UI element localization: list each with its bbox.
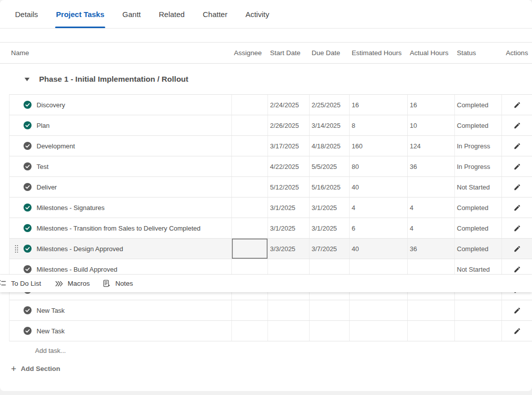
- status-cell[interactable]: Completed: [455, 95, 502, 115]
- task-name-cell[interactable]: Milestones - Design Approved: [10, 239, 232, 259]
- assignee-cell[interactable]: [232, 177, 268, 197]
- estimated-hours-cell[interactable]: 8: [350, 115, 408, 135]
- task-name-cell[interactable]: New Task: [10, 300, 232, 320]
- tab-activity[interactable]: Activity: [245, 0, 270, 28]
- drag-handle-icon[interactable]: [15, 245, 19, 253]
- actual-hours-cell[interactable]: 36: [408, 239, 455, 259]
- task-complete-icon[interactable]: [24, 142, 32, 150]
- table-row[interactable]: New Task: [10, 321, 532, 341]
- actual-hours-cell[interactable]: [408, 177, 455, 197]
- status-cell[interactable]: Completed: [455, 115, 502, 135]
- macros-button[interactable]: Macros: [55, 280, 90, 287]
- assignee-cell[interactable]: [232, 95, 268, 115]
- assignee-cell[interactable]: [232, 218, 268, 238]
- task-complete-icon[interactable]: [24, 306, 32, 314]
- task-complete-icon[interactable]: [24, 121, 32, 129]
- assignee-cell[interactable]: [232, 198, 268, 218]
- due-date-cell[interactable]: 4/18/2025: [310, 136, 350, 156]
- tab-details[interactable]: Details: [15, 0, 38, 28]
- actual-hours-cell[interactable]: 4: [408, 218, 455, 238]
- edit-pencil-icon[interactable]: [513, 101, 521, 109]
- estimated-hours-cell[interactable]: 40: [350, 239, 408, 259]
- actual-hours-cell[interactable]: 124: [408, 136, 455, 156]
- table-row[interactable]: Deliver 5/12/2025 5/16/2025 40 Not Start…: [10, 177, 532, 198]
- task-complete-icon[interactable]: [24, 101, 32, 109]
- actual-hours-cell[interactable]: [408, 300, 455, 320]
- start-date-cell[interactable]: [268, 321, 310, 341]
- actual-hours-cell[interactable]: 36: [408, 156, 455, 176]
- due-date-cell[interactable]: 2/25/2025: [310, 95, 350, 115]
- estimated-hours-cell[interactable]: 160: [350, 136, 408, 156]
- actual-hours-cell[interactable]: 10: [408, 115, 455, 135]
- edit-pencil-icon[interactable]: [513, 183, 521, 191]
- status-cell[interactable]: [455, 300, 502, 320]
- table-row[interactable]: Plan 2/26/2025 3/14/2025 8 10 Completed: [10, 115, 532, 136]
- tab-gantt[interactable]: Gantt: [122, 0, 141, 28]
- start-date-cell[interactable]: 4/22/2025: [268, 156, 310, 176]
- assignee-cell[interactable]: [232, 321, 268, 341]
- estimated-hours-cell[interactable]: 4: [350, 198, 408, 218]
- edit-pencil-icon[interactable]: [513, 204, 521, 212]
- start-date-cell[interactable]: [268, 300, 310, 320]
- due-date-cell[interactable]: [310, 321, 350, 341]
- notes-button[interactable]: Notes: [103, 280, 133, 287]
- start-date-cell[interactable]: 3/1/2025: [268, 218, 310, 238]
- status-cell[interactable]: Completed: [455, 239, 502, 259]
- status-cell[interactable]: Completed: [455, 218, 502, 238]
- collapse-caret-icon[interactable]: [24, 77, 30, 82]
- edit-pencil-icon[interactable]: [513, 245, 521, 253]
- status-cell[interactable]: In Progress: [455, 156, 502, 176]
- status-cell[interactable]: Completed: [455, 198, 502, 218]
- table-row[interactable]: Milestones - Signatures 3/1/2025 3/1/202…: [10, 198, 532, 218]
- table-row[interactable]: Development 3/17/2025 4/18/2025 160 124 …: [10, 136, 532, 156]
- add-section-button[interactable]: + Add Section: [11, 365, 60, 372]
- table-row[interactable]: Milestones - Transition from Sales to De…: [10, 218, 532, 239]
- estimated-hours-cell[interactable]: 16: [350, 95, 408, 115]
- start-date-cell[interactable]: 5/12/2025: [268, 177, 310, 197]
- add-task-button[interactable]: Add task...: [35, 347, 66, 354]
- table-row[interactable]: New Task: [10, 300, 532, 321]
- task-complete-icon[interactable]: [24, 162, 32, 170]
- edit-pencil-icon[interactable]: [513, 327, 521, 335]
- task-complete-icon[interactable]: [24, 327, 32, 335]
- due-date-cell[interactable]: 3/1/2025: [310, 218, 350, 238]
- todo-list-button[interactable]: To Do List: [0, 280, 41, 288]
- task-complete-icon[interactable]: [24, 183, 32, 191]
- task-name-cell[interactable]: Test: [10, 156, 232, 176]
- table-row[interactable]: Test 4/22/2025 5/5/2025 80 36 In Progres…: [10, 156, 532, 177]
- estimated-hours-cell[interactable]: 6: [350, 218, 408, 238]
- task-name-cell[interactable]: Development: [10, 136, 232, 156]
- task-complete-icon[interactable]: [24, 204, 32, 212]
- table-row[interactable]: Milestones - Design Approved 3/3/2025 3/…: [10, 239, 532, 259]
- edit-pencil-icon[interactable]: [513, 122, 521, 129]
- due-date-cell[interactable]: 3/14/2025: [310, 115, 350, 135]
- assignee-cell[interactable]: [232, 115, 268, 135]
- table-row[interactable]: Discovery 2/24/2025 2/25/2025 16 16 Comp…: [10, 95, 532, 115]
- task-name-cell[interactable]: Milestones - Signatures: [10, 198, 232, 218]
- assignee-cell[interactable]: [232, 239, 268, 259]
- task-complete-icon[interactable]: [24, 245, 32, 253]
- actual-hours-cell[interactable]: [408, 321, 455, 341]
- due-date-cell[interactable]: 5/5/2025: [310, 156, 350, 176]
- task-name-cell[interactable]: Plan: [10, 115, 232, 135]
- task-name-cell[interactable]: Milestones - Transition from Sales to De…: [10, 218, 232, 238]
- task-complete-icon[interactable]: [24, 224, 32, 232]
- tab-chatter[interactable]: Chatter: [203, 0, 227, 28]
- actual-hours-cell[interactable]: 16: [408, 95, 455, 115]
- start-date-cell[interactable]: 3/1/2025: [268, 198, 310, 218]
- due-date-cell[interactable]: 3/7/2025: [310, 239, 350, 259]
- assignee-cell[interactable]: [232, 136, 268, 156]
- task-name-cell[interactable]: New Task: [10, 321, 232, 341]
- tab-project-tasks[interactable]: Project Tasks: [56, 0, 104, 28]
- edit-pencil-icon[interactable]: [513, 142, 521, 150]
- start-date-cell[interactable]: 3/17/2025: [268, 136, 310, 156]
- task-name-cell[interactable]: Deliver: [10, 177, 232, 197]
- due-date-cell[interactable]: [310, 300, 350, 320]
- actual-hours-cell[interactable]: 4: [408, 198, 455, 218]
- estimated-hours-cell[interactable]: 40: [350, 177, 408, 197]
- edit-pencil-icon[interactable]: [513, 307, 521, 314]
- due-date-cell[interactable]: 5/16/2025: [310, 177, 350, 197]
- status-cell[interactable]: [455, 321, 502, 341]
- estimated-hours-cell[interactable]: [350, 321, 408, 341]
- status-cell[interactable]: In Progress: [455, 136, 502, 156]
